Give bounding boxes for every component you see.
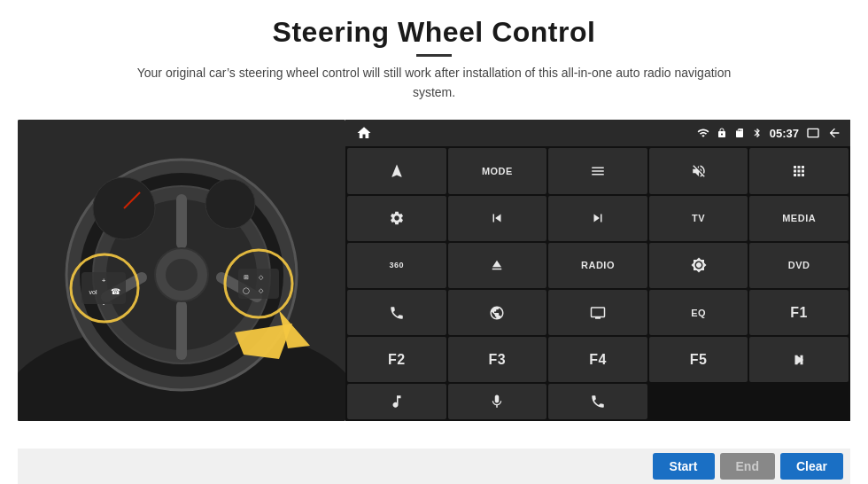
page-container: Steering Wheel Control Your original car… [0,0,868,484]
btn-f3[interactable]: F3 [448,337,547,382]
page-title: Steering Wheel Control [115,16,753,49]
btn-radio[interactable]: RADIO [548,243,647,288]
status-bar: 05:37 [345,120,850,146]
btn-settings[interactable] [347,196,446,241]
btn-vol-mute[interactable] [649,148,748,193]
control-panel: 05:37 MODE [345,120,850,421]
time-display: 05:37 [770,127,799,140]
status-left [354,123,374,143]
end-button[interactable]: End [720,453,775,480]
btn-tv[interactable]: TV [649,196,748,241]
btn-eq[interactable]: EQ [649,290,748,335]
content-area: + vol - ☎ ⊞ ◇ ◯ ◇ [18,120,850,449]
btn-screen[interactable] [548,290,647,335]
steering-wheel-image: + vol - ☎ ⊞ ◇ ◯ ◇ [18,120,345,421]
lock-icon [717,127,727,139]
btn-microphone[interactable] [448,384,547,419]
btn-call-end[interactable] [548,384,647,419]
btn-play-pause[interactable] [749,337,849,382]
svg-text:⊞: ⊞ [244,274,249,280]
svg-text:+: + [102,277,106,285]
btn-f5[interactable]: F5 [649,337,748,382]
btn-menu[interactable] [548,148,647,193]
btn-next[interactable] [548,196,647,241]
window-icon [806,126,820,140]
title-section: Steering Wheel Control Your original car… [115,16,753,102]
svg-point-13 [205,179,255,229]
btn-brightness[interactable] [649,243,748,288]
btn-navigate[interactable] [347,148,446,193]
btn-music[interactable] [347,384,446,419]
svg-text:-: - [103,300,105,308]
start-button[interactable]: Start [653,453,715,480]
btn-mode[interactable]: MODE [448,148,547,193]
bluetooth-icon [752,127,763,139]
title-divider [416,54,452,57]
subtitle: Your original car’s steering wheel contr… [115,64,753,102]
btn-eject[interactable] [448,243,547,288]
btn-media[interactable]: MEDIA [749,196,849,241]
btn-360[interactable]: 360 [347,243,446,288]
sd-icon [734,127,745,139]
status-right: 05:37 [697,126,841,140]
svg-text:◯: ◯ [243,287,250,294]
bottom-bar: Start End Clear [18,449,850,484]
btn-dvd[interactable]: DVD [749,243,849,288]
home-icon[interactable] [354,123,374,143]
back-icon[interactable] [827,126,841,140]
button-grid: MODE TV [345,146,850,421]
btn-f1[interactable]: F1 [749,290,849,335]
wifi-icon [697,127,709,139]
svg-point-11 [166,259,198,291]
btn-apps[interactable] [749,148,849,193]
btn-f4[interactable]: F4 [548,337,647,382]
btn-prev[interactable] [448,196,547,241]
clear-button[interactable]: Clear [780,453,843,480]
svg-text:☎: ☎ [111,287,120,296]
btn-f2[interactable]: F2 [347,337,446,382]
btn-phone[interactable] [347,290,446,335]
svg-text:vol: vol [89,289,97,295]
btn-web[interactable] [448,290,547,335]
